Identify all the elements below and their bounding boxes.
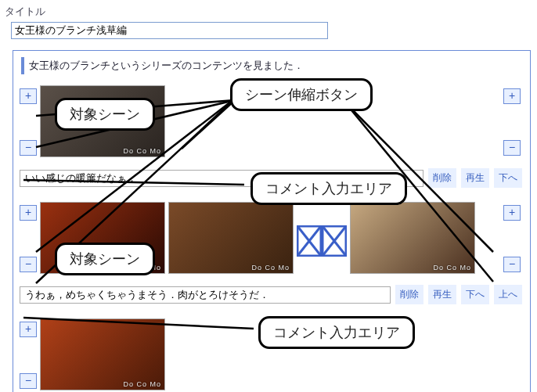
intro-text: 女王様のブランチというシリーズのコンテンツを見ました． — [21, 57, 522, 74]
expand-right-button[interactable]: + — [503, 88, 521, 104]
scene-thumbnail[interactable]: Do Co Mo — [40, 85, 165, 157]
shrink-left-button[interactable]: − — [20, 373, 37, 389]
title-label: タイトル — [5, 5, 531, 19]
scene-thumbnail[interactable]: Do Co Mo — [168, 202, 294, 274]
thumbnail-row: +−Do Co Mo+− — [18, 85, 522, 164]
expand-left-button[interactable]: + — [20, 88, 37, 104]
scene-block: +−Do Co MoDo Co MoDo Co Mo+−削除再生下へ上へ — [18, 202, 522, 304]
entries-container: 女王様のブランチというシリーズのコンテンツを見ました． +−Do Co Mo+−… — [13, 50, 531, 392]
expand-right-button[interactable]: + — [503, 205, 521, 221]
down-button[interactable]: 下へ — [494, 168, 522, 188]
delete-button[interactable]: 削除 — [428, 168, 456, 188]
title-input[interactable] — [11, 22, 328, 39]
down-button[interactable]: 下へ — [461, 285, 489, 304]
shrink-left-button[interactable]: − — [20, 257, 37, 272]
watermark: Do Co Mo — [123, 380, 161, 388]
watermark: Do Co Mo — [123, 264, 161, 272]
watermark: Do Co Mo — [433, 264, 471, 272]
play-button[interactable]: 再生 — [461, 168, 489, 188]
expand-left-button[interactable]: + — [20, 322, 37, 337]
scene-block: +−Do Co Mo+−削除再生下へ — [18, 85, 522, 188]
thumbnail-row: +−Do Co MoDo Co MoDo Co Mo+− — [18, 202, 522, 280]
shrink-left-button[interactable]: − — [20, 140, 37, 156]
shrink-right-button[interactable]: − — [503, 257, 521, 272]
shrink-right-button[interactable]: − — [503, 140, 521, 156]
play-button[interactable]: 再生 — [428, 285, 456, 304]
thumbnail-row: +−Do Co Mo — [18, 318, 522, 392]
delete-button[interactable]: 削除 — [395, 285, 423, 304]
scene-thumbnail[interactable]: Do Co Mo — [350, 202, 475, 274]
scene-block: +−Do Co Mo — [18, 318, 522, 392]
scene-thumbnail[interactable]: Do Co Mo — [40, 202, 165, 274]
comment-input[interactable] — [20, 286, 391, 304]
up-button[interactable]: 上へ — [494, 285, 522, 304]
watermark: Do Co Mo — [123, 147, 161, 155]
comment-input[interactable] — [20, 170, 423, 187]
expand-left-button[interactable]: + — [20, 205, 37, 221]
scene-thumbnail[interactable]: Do Co Mo — [40, 318, 165, 390]
watermark: Do Co Mo — [251, 264, 290, 272]
gap-marker-icon — [297, 225, 347, 257]
